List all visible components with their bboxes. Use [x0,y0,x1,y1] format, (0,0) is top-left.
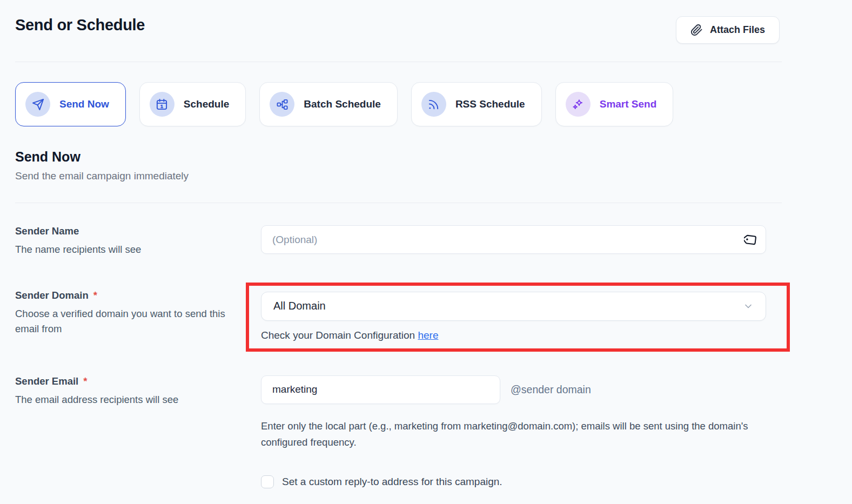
sender-name-row: Sender Name The name recipients will see [15,225,852,258]
tab-schedule-label: Schedule [184,98,229,110]
page-title: Send or Schedule [15,16,145,34]
sender-domain-labels: Sender Domain* Choose a verified domain … [15,283,261,337]
domain-config-help: Check your Domain Configuration here [261,330,766,341]
send-or-schedule-page: Send or Schedule Attach Files Send Now 1… [0,0,852,488]
section-title: Send Now [15,149,852,165]
section-divider [15,203,782,203]
reply-to-checkbox[interactable] [261,475,274,488]
domain-highlight-box: All Domain Check your Domain Configurati… [246,283,790,352]
sender-name-input[interactable] [261,225,766,254]
send-icon [25,92,50,117]
sender-domain-label: Sender Domain* [15,290,231,301]
attach-files-label: Attach Files [710,24,765,36]
sender-email-helper-text: Enter only the local part (e.g., marketi… [261,418,766,451]
sender-domain-row: Sender Domain* Choose a verified domain … [15,283,852,352]
sender-name-description: The name recipients will see [15,242,231,258]
rss-icon [421,92,446,117]
sender-domain-description: Choose a verified domain you want to sen… [15,306,231,337]
send-now-form: Sender Name The name recipients will see… [15,225,852,488]
svg-text:1: 1 [160,103,163,109]
attach-files-button[interactable]: Attach Files [676,16,780,44]
sender-email-input[interactable] [261,375,500,404]
tab-schedule[interactable]: 1 Schedule [139,82,246,126]
reply-to-checkbox-label: Set a custom reply-to address for this c… [282,476,502,488]
tab-batch-schedule-label: Batch Schedule [304,98,381,110]
reply-to-row: Set a custom reply-to address for this c… [261,475,766,488]
send-now-section-head: Send Now Send the email campaign immedia… [15,149,852,182]
section-subtitle: Send the email campaign immediately [15,170,852,182]
tab-send-now-label: Send Now [59,98,109,110]
tag-icon[interactable] [744,233,757,246]
tab-smart-send[interactable]: Smart Send [555,82,674,126]
chevron-down-icon [743,301,754,312]
tab-send-now[interactable]: Send Now [15,82,126,126]
tab-rss-schedule-label: RSS Schedule [455,98,525,110]
sender-email-label: Sender Email* [15,375,231,387]
send-mode-tabs: Send Now 1 Schedule Batch Schedule RSS S… [15,82,852,126]
required-asterisk: * [93,290,97,301]
tab-smart-send-label: Smart Send [600,98,657,110]
page-header: Send or Schedule Attach Files [15,16,852,44]
sender-email-description: The email address recipients will see [15,392,231,408]
required-asterisk: * [83,375,87,387]
domain-config-here-link[interactable]: here [418,330,438,341]
sender-name-labels: Sender Name The name recipients will see [15,225,261,258]
sender-domain-suffix: @sender domain [511,384,591,396]
sender-domain-selected-value: All Domain [273,300,326,312]
calendar-icon: 1 [150,92,175,117]
domain-config-help-text: Check your Domain Configuration [261,330,415,341]
header-divider [15,62,782,62]
sender-name-label: Sender Name [15,225,231,237]
sender-domain-select[interactable]: All Domain [261,292,766,321]
tab-rss-schedule[interactable]: RSS Schedule [411,82,542,126]
tab-batch-schedule[interactable]: Batch Schedule [259,82,398,126]
sender-email-row: Sender Email* The email address recipien… [15,375,852,488]
sparkles-icon [566,92,591,117]
batch-tree-icon [270,92,294,117]
paperclip-icon [690,24,703,36]
sender-email-labels: Sender Email* The email address recipien… [15,375,261,408]
